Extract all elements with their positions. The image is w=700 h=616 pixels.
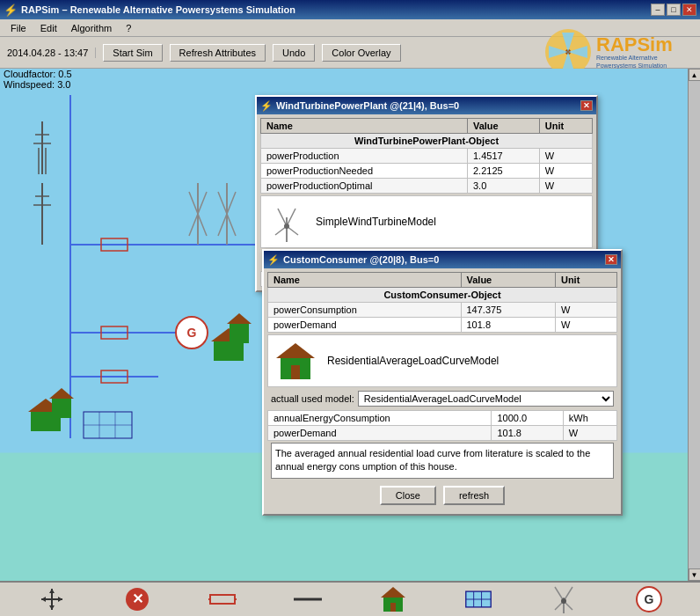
menu-file[interactable]: File (4, 21, 33, 35)
consumer-model-select[interactable]: ResidentialAverageLoadCurveModel (358, 391, 614, 407)
house-tool-icon[interactable] (379, 585, 407, 613)
logo-text: RAPSim (596, 35, 693, 55)
row-value: 147.375 (461, 303, 555, 318)
wind-col-value: Value (467, 119, 539, 134)
wind-tool-icon[interactable] (550, 585, 578, 613)
consumer-model-row: ResidentialAverageLoadCurveModel (267, 334, 617, 387)
minimize-button[interactable]: – (651, 4, 665, 16)
delete-icon: ✕ (125, 587, 149, 612)
undo-button[interactable]: Undo (273, 44, 315, 62)
row-name: powerProduction (261, 149, 468, 164)
window-title: RAPSim – Renewable Alternative Powersyst… (21, 4, 295, 15)
svg-line-48 (278, 209, 287, 226)
status-panel: Cloudfactor: 0.5 Windspeed: 3.0 (4, 69, 72, 90)
scroll-up-button[interactable]: ▲ (689, 69, 701, 81)
svg-text:G: G (187, 326, 197, 340)
table-row: powerConsumption 147.375 W (268, 303, 617, 318)
app-icon: ⚡ (4, 4, 18, 17)
svg-marker-61 (58, 597, 62, 602)
svg-rect-64 (210, 595, 235, 604)
consumer-dialog-title[interactable]: ⚡ CustomConsumer @(20|8), Bus=0 ✕ (264, 251, 621, 268)
row-unit: W (539, 179, 592, 194)
wind-model-icon (265, 200, 309, 244)
generator-tool-icon[interactable]: G (635, 585, 663, 613)
svg-rect-36 (214, 341, 244, 361)
line-icon (294, 595, 322, 604)
row-value: 1000.0 (492, 411, 563, 426)
move-tool-icon[interactable] (38, 585, 66, 613)
right-scrollbar[interactable]: ▲ ▼ (688, 69, 700, 581)
row-name: annualEnergyConsumption (268, 411, 492, 426)
table-row: powerProductionNeeded 2.2125 W (261, 164, 593, 179)
consumer-description: The averaged annual residential load cur… (271, 443, 614, 479)
house-icon (379, 585, 407, 613)
toolbar: 2014.04.28 - 13:47 Start Sim Refresh Att… (0, 37, 700, 69)
wind-col-name: Name (261, 119, 468, 134)
consumer-col-value: Value (461, 273, 555, 288)
svg-point-52 (284, 224, 289, 229)
scroll-track[interactable] (689, 81, 701, 568)
menu-help[interactable]: ? (119, 21, 138, 35)
canvas-area[interactable]: G ⚡ WindTurbinePowerPlant @(21|4), Bus=0… (0, 69, 688, 581)
row-name: powerDemand (268, 318, 462, 333)
solar-panel-icon (464, 587, 492, 612)
title-bar: ⚡ RAPSim – Renewable Alternative Powersy… (0, 0, 700, 19)
consumer-close-button[interactable]: Close (380, 486, 436, 505)
transformer-icon (208, 590, 237, 608)
menu-edit[interactable]: Edit (33, 21, 64, 35)
table-row: powerProduction 1.4517 W (261, 149, 593, 164)
power-line-tool-icon[interactable] (208, 585, 237, 613)
row-value: 1.4517 (467, 149, 539, 164)
wind-dialog-close-icon[interactable]: ✕ (580, 100, 593, 111)
wind-model-label: SimpleWindTurbineModel (316, 216, 436, 228)
svg-text:G: G (644, 592, 653, 606)
row-name: powerProductionNeeded (261, 164, 468, 179)
menu-algorithm[interactable]: Algorithm (64, 21, 119, 35)
consumer-section-header: CustomConsumer-Object (268, 288, 617, 303)
svg-marker-60 (41, 597, 46, 602)
cable-tool-icon[interactable] (294, 585, 322, 613)
solar-tool-icon[interactable] (464, 585, 492, 613)
start-sim-button[interactable]: Start Sim (103, 44, 162, 62)
svg-text:✕: ✕ (131, 591, 142, 606)
row-unit: W (563, 426, 616, 441)
consumer-refresh-button[interactable]: refresh (443, 486, 505, 505)
table-row: annualEnergyConsumption 1000.0 kWh (268, 411, 617, 426)
svg-marker-68 (381, 587, 405, 598)
house-model-icon (272, 339, 320, 383)
wind-dialog-icon: ⚡ (260, 100, 273, 112)
windmill-icon (551, 583, 576, 615)
consumer-dialog-buttons: Close refresh (267, 480, 617, 510)
consumer-dialog-close-icon[interactable]: ✕ (605, 254, 617, 265)
wind-dialog-title-text: WindTurbinePowerPlant @(21|4), Bus=0 (276, 100, 459, 111)
consumer-section-label: CustomConsumer-Object (268, 288, 617, 303)
consumer-col-unit: Unit (555, 273, 616, 288)
color-overlay-button[interactable]: Color Overlay (322, 44, 400, 62)
consumer-dialog-icon: ⚡ (267, 254, 280, 266)
row-value: 3.0 (467, 179, 539, 194)
svg-rect-70 (390, 603, 396, 612)
row-unit: W (539, 149, 592, 164)
refresh-attributes-button[interactable]: Refresh Attributes (170, 44, 266, 62)
row-value: 101.8 (461, 318, 555, 333)
consumer-extra-table: annualEnergyConsumption 1000.0 kWh power… (267, 410, 617, 441)
close-button[interactable]: ✕ (682, 4, 696, 16)
svg-rect-42 (52, 399, 71, 418)
svg-marker-53 (276, 343, 315, 358)
consumer-dialog: ⚡ CustomConsumer @(20|8), Bus=0 ✕ Name V… (262, 249, 623, 516)
wind-dialog-title[interactable]: ⚡ WindTurbinePowerPlant @(21|4), Bus=0 ✕ (257, 97, 596, 114)
generator-icon: G (635, 585, 663, 613)
wind-model-row: SimpleWindTurbineModel (260, 195, 593, 248)
scroll-down-button[interactable]: ▼ (689, 568, 701, 581)
consumer-description-text: The averaged annual residential load cur… (275, 448, 590, 472)
wind-col-unit: Unit (539, 119, 592, 134)
row-name: powerConsumption (268, 303, 462, 318)
crosshair-icon (40, 587, 64, 612)
logo-subtext: Renewable Alternative Powersystems Simul… (596, 55, 693, 70)
consumer-data-table: Name Value Unit CustomConsumer-Object po… (267, 272, 617, 333)
svg-line-49 (287, 209, 295, 226)
table-row: powerDemand 101.8 W (268, 318, 617, 333)
datetime-display: 2014.04.28 - 13:47 (7, 48, 96, 58)
delete-tool-icon[interactable]: ✕ (123, 585, 151, 613)
maximize-button[interactable]: □ (667, 4, 681, 16)
